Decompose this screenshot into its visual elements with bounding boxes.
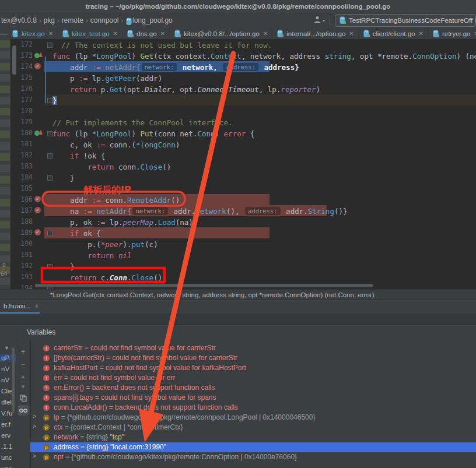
line-number[interactable]: 173 (18, 51, 33, 59)
duplicate-watch-button[interactable] (16, 393, 30, 403)
stack-frame-item[interactable]: unc (1, 465, 12, 468)
breadcrumb-item[interactable]: remote (62, 16, 83, 24)
close-icon[interactable]: ✕ (263, 30, 268, 37)
fold-icon[interactable] (47, 153, 52, 159)
close-icon[interactable]: ✕ (48, 30, 53, 37)
fold-end-icon[interactable] (47, 98, 52, 103)
code-line[interactable]: 176 return p.Get(opt.Dialer, opt.Connect… (0, 83, 476, 94)
expand-chevron-icon[interactable]: > (33, 413, 36, 420)
fold-icon[interactable] (47, 231, 52, 236)
line-number[interactable]: 175 (18, 73, 33, 82)
line-number[interactable]: 183 (18, 162, 33, 170)
run-test-icon[interactable] (34, 129, 43, 138)
line-number[interactable]: 191 (18, 251, 33, 259)
line-number[interactable]: 180 (18, 129, 33, 137)
remove-watch-button[interactable]: − (16, 359, 30, 370)
variable-row[interactable]: !carrierStr = could not find symbol valu… (30, 343, 476, 353)
variable-row[interactable]: !spans[i].tags = could not find symbol v… (30, 393, 476, 403)
user-icon[interactable] (313, 15, 321, 26)
variable-row[interactable]: >pctx = {context.Context | *context.time… (30, 423, 476, 432)
line-number[interactable]: 189 (18, 228, 33, 237)
horizontal-scrollbar[interactable] (35, 284, 373, 287)
variable-row[interactable]: !kafkaHostPort = could not find symbol v… (30, 363, 476, 373)
line-number[interactable]: 174 (18, 62, 33, 71)
editor-tab[interactable]: retryer.go✕ (428, 28, 476, 39)
line-number[interactable]: 193 (18, 273, 33, 281)
line-number[interactable]: 176 (18, 85, 33, 93)
code-line[interactable]: 193 return c.Conn.Close() (0, 272, 476, 283)
hide-tabs-icon[interactable]: — (0, 28, 8, 39)
breadcrumb-item[interactable]: long_pool.go (132, 16, 173, 24)
stack-frame-item[interactable]: er.f (1, 421, 10, 428)
editor-tab[interactable]: client/client.go✕ (359, 28, 428, 39)
editor-tab[interactable]: kitex@v0.0.8/.../option.go✕ (170, 28, 272, 39)
code-line[interactable]: 177} (0, 94, 476, 105)
fold-icon[interactable] (47, 131, 52, 136)
breadcrumb-item[interactable]: pkg (44, 16, 55, 24)
code-line[interactable]: 182 if !ok { (0, 150, 476, 161)
line-number[interactable]: 178 (18, 107, 33, 115)
editor-tab[interactable]: kitex.go✕ (8, 28, 58, 39)
variable-row[interactable]: ![]byte(carrierStr) = could not find sym… (30, 353, 476, 363)
close-icon[interactable]: ✕ (349, 30, 354, 37)
debug-session-tab[interactable]: b.huaxi... (4, 302, 31, 309)
close-icon[interactable]: ✕ (113, 30, 118, 37)
code-editor[interactable]: 172 // The context is not used but leave… (0, 39, 476, 289)
line-number[interactable]: 185 (18, 184, 33, 192)
line-number[interactable]: 186 (18, 195, 33, 203)
line-number[interactable]: 184 (18, 173, 33, 181)
close-icon[interactable]: ✕ (419, 30, 424, 37)
move-down-button[interactable]: ▼ (16, 381, 30, 392)
fold-icon[interactable] (47, 43, 52, 48)
close-icon[interactable]: ✕ (474, 30, 476, 37)
frames-list[interactable]: ▼ gP.nVnVCliedlelV.fuer.ferv.1.1uncunc (0, 339, 16, 468)
editor-tab[interactable]: internal/.../option.go✕ (272, 28, 358, 39)
line-number[interactable]: 190 (18, 240, 33, 248)
stack-frame-item[interactable]: unc (1, 454, 12, 461)
fold-end-icon[interactable] (47, 175, 52, 181)
breadcrumb-item[interactable]: connpool (90, 16, 119, 24)
line-number[interactable]: 194 (18, 284, 33, 289)
variable-row[interactable]: >plp = {*github.com/cloudwego/kitex/pkg/… (30, 413, 476, 423)
stack-frame-item[interactable]: .1.1 (1, 443, 12, 450)
code-line[interactable]: 174✓ addr := netAddr{network: network, a… (0, 61, 476, 72)
line-number[interactable]: 187 (18, 206, 33, 214)
line-number[interactable]: 177 (18, 96, 33, 104)
variable-row[interactable]: pnetwork = {string} "tcp" (30, 432, 476, 442)
code-line[interactable]: 175 p := lp.getPeer(addr) (0, 72, 476, 83)
add-watch-button[interactable]: + (16, 346, 30, 357)
stack-frame-item[interactable]: erv (1, 432, 10, 439)
stack-frame-item[interactable]: Clie (1, 388, 13, 395)
window-titlebar[interactable]: tracing – ~/go/pkg/mod/github.com/cloudw… (0, 0, 476, 13)
breakpoint-verified-icon[interactable]: ✓ (34, 196, 41, 202)
code-line[interactable]: 172 // The context is not used but leave… (0, 39, 476, 50)
breakpoint-verified-icon[interactable]: ✓ (34, 207, 41, 213)
line-number[interactable]: 172 (18, 40, 33, 48)
code-line[interactable]: 186✓ addr := conn.RemoteAddr() (0, 194, 476, 205)
code-line[interactable]: 192 } (0, 261, 476, 272)
code-line[interactable]: 184 } (0, 172, 476, 183)
close-icon[interactable]: × (35, 303, 38, 309)
variable-row[interactable]: paddress = {string} "local.com:31990" (30, 442, 476, 452)
frames-scrollbar[interactable] (12, 347, 15, 413)
code-line[interactable]: 173func (lp *LongPool) Get(ctx context.C… (0, 50, 476, 61)
stack-frame-item[interactable]: V.fu (1, 410, 12, 417)
run-test-icon[interactable] (34, 52, 43, 60)
variable-row[interactable]: !err.Error() = backend does not support … (30, 383, 476, 393)
code-line[interactable]: 191 return nil (0, 249, 476, 261)
stack-frame-item[interactable]: dlel (1, 399, 12, 406)
breakpoint-verified-icon[interactable]: ✓ (34, 63, 41, 69)
variable-row[interactable]: !err = could not find symbol value for e… (30, 373, 476, 383)
code-line[interactable]: 183 return conn.Close() (0, 161, 476, 172)
variable-row[interactable]: !conn.LocalAddr() = backend does not sup… (30, 403, 476, 413)
code-line[interactable]: 181 c, ok := conn.(*longConn) (0, 139, 476, 150)
breakpoint-verified-icon[interactable]: ✓ (34, 229, 41, 235)
code-line[interactable]: 190 p.(*peer).put(c) (0, 238, 476, 249)
variables-tree[interactable]: !carrierStr = could not find symbol valu… (30, 339, 476, 468)
close-icon[interactable]: ✕ (160, 30, 165, 37)
run-configuration[interactable]: TestRPCTracingBusinessCodeFeatureOff in … (335, 14, 476, 27)
line-number[interactable]: 192 (18, 262, 33, 270)
move-up-button[interactable]: ▲ (16, 371, 30, 381)
show-watches-button[interactable] (18, 405, 29, 416)
stack-frame-item[interactable]: nV (1, 376, 9, 383)
